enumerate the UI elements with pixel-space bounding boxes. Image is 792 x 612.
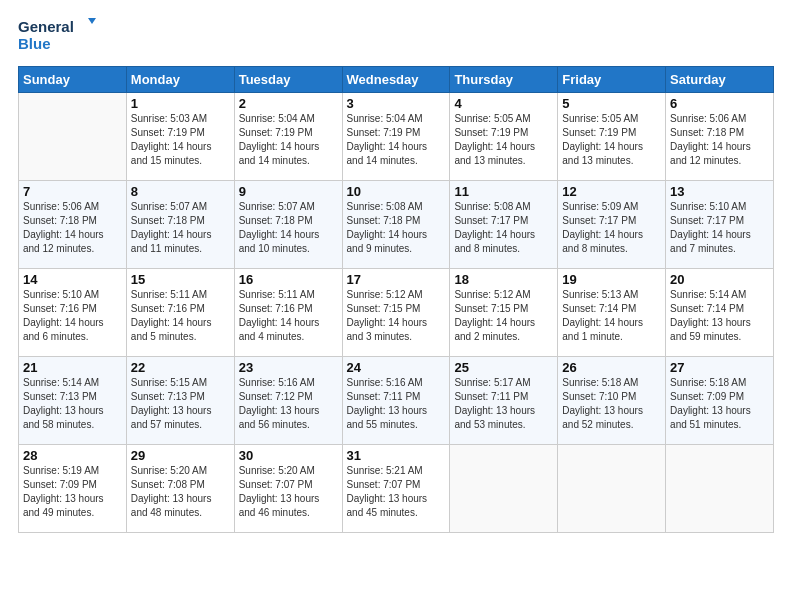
svg-text:General: General: [18, 18, 74, 35]
day-info: Sunrise: 5:21 AM Sunset: 7:07 PM Dayligh…: [347, 464, 446, 520]
day-number: 17: [347, 272, 446, 287]
day-info: Sunrise: 5:11 AM Sunset: 7:16 PM Dayligh…: [239, 288, 338, 344]
day-number: 22: [131, 360, 230, 375]
header-row: General Blue: [18, 16, 774, 58]
day-info: Sunrise: 5:11 AM Sunset: 7:16 PM Dayligh…: [131, 288, 230, 344]
day-number: 7: [23, 184, 122, 199]
day-info: Sunrise: 5:18 AM Sunset: 7:09 PM Dayligh…: [670, 376, 769, 432]
day-number: 29: [131, 448, 230, 463]
weekday-friday: Friday: [558, 66, 666, 92]
day-number: 20: [670, 272, 769, 287]
day-info: Sunrise: 5:05 AM Sunset: 7:19 PM Dayligh…: [562, 112, 661, 168]
day-number: 18: [454, 272, 553, 287]
day-number: 13: [670, 184, 769, 199]
svg-marker-1: [88, 18, 96, 24]
calendar-cell: 26Sunrise: 5:18 AM Sunset: 7:10 PM Dayli…: [558, 356, 666, 444]
calendar-cell: 10Sunrise: 5:08 AM Sunset: 7:18 PM Dayli…: [342, 180, 450, 268]
calendar-cell: 25Sunrise: 5:17 AM Sunset: 7:11 PM Dayli…: [450, 356, 558, 444]
day-info: Sunrise: 5:16 AM Sunset: 7:12 PM Dayligh…: [239, 376, 338, 432]
calendar-cell: 21Sunrise: 5:14 AM Sunset: 7:13 PM Dayli…: [19, 356, 127, 444]
day-number: 19: [562, 272, 661, 287]
calendar-cell: 6Sunrise: 5:06 AM Sunset: 7:18 PM Daylig…: [666, 92, 774, 180]
day-number: 21: [23, 360, 122, 375]
calendar-week-row: 7Sunrise: 5:06 AM Sunset: 7:18 PM Daylig…: [19, 180, 774, 268]
day-info: Sunrise: 5:20 AM Sunset: 7:07 PM Dayligh…: [239, 464, 338, 520]
day-info: Sunrise: 5:08 AM Sunset: 7:17 PM Dayligh…: [454, 200, 553, 256]
calendar-cell: 12Sunrise: 5:09 AM Sunset: 7:17 PM Dayli…: [558, 180, 666, 268]
weekday-wednesday: Wednesday: [342, 66, 450, 92]
calendar-cell: 11Sunrise: 5:08 AM Sunset: 7:17 PM Dayli…: [450, 180, 558, 268]
calendar-week-row: 21Sunrise: 5:14 AM Sunset: 7:13 PM Dayli…: [19, 356, 774, 444]
calendar-cell: 8Sunrise: 5:07 AM Sunset: 7:18 PM Daylig…: [126, 180, 234, 268]
calendar-cell: 19Sunrise: 5:13 AM Sunset: 7:14 PM Dayli…: [558, 268, 666, 356]
day-number: 11: [454, 184, 553, 199]
calendar-cell: 4Sunrise: 5:05 AM Sunset: 7:19 PM Daylig…: [450, 92, 558, 180]
day-number: 25: [454, 360, 553, 375]
day-number: 12: [562, 184, 661, 199]
day-number: 3: [347, 96, 446, 111]
calendar-cell: 23Sunrise: 5:16 AM Sunset: 7:12 PM Dayli…: [234, 356, 342, 444]
day-info: Sunrise: 5:06 AM Sunset: 7:18 PM Dayligh…: [23, 200, 122, 256]
calendar-cell: 1Sunrise: 5:03 AM Sunset: 7:19 PM Daylig…: [126, 92, 234, 180]
calendar-cell: 27Sunrise: 5:18 AM Sunset: 7:09 PM Dayli…: [666, 356, 774, 444]
day-info: Sunrise: 5:04 AM Sunset: 7:19 PM Dayligh…: [239, 112, 338, 168]
page-container: General Blue SundayMondayTuesdayWednesda…: [0, 0, 792, 543]
day-info: Sunrise: 5:12 AM Sunset: 7:15 PM Dayligh…: [454, 288, 553, 344]
calendar-cell: 24Sunrise: 5:16 AM Sunset: 7:11 PM Dayli…: [342, 356, 450, 444]
day-info: Sunrise: 5:09 AM Sunset: 7:17 PM Dayligh…: [562, 200, 661, 256]
calendar-cell: 2Sunrise: 5:04 AM Sunset: 7:19 PM Daylig…: [234, 92, 342, 180]
calendar-cell: 15Sunrise: 5:11 AM Sunset: 7:16 PM Dayli…: [126, 268, 234, 356]
day-info: Sunrise: 5:05 AM Sunset: 7:19 PM Dayligh…: [454, 112, 553, 168]
day-number: 14: [23, 272, 122, 287]
weekday-header-row: SundayMondayTuesdayWednesdayThursdayFrid…: [19, 66, 774, 92]
weekday-sunday: Sunday: [19, 66, 127, 92]
calendar-cell: [19, 92, 127, 180]
day-info: Sunrise: 5:03 AM Sunset: 7:19 PM Dayligh…: [131, 112, 230, 168]
day-info: Sunrise: 5:15 AM Sunset: 7:13 PM Dayligh…: [131, 376, 230, 432]
calendar-cell: 7Sunrise: 5:06 AM Sunset: 7:18 PM Daylig…: [19, 180, 127, 268]
calendar-cell: 16Sunrise: 5:11 AM Sunset: 7:16 PM Dayli…: [234, 268, 342, 356]
day-number: 1: [131, 96, 230, 111]
day-number: 9: [239, 184, 338, 199]
day-info: Sunrise: 5:17 AM Sunset: 7:11 PM Dayligh…: [454, 376, 553, 432]
calendar-cell: 5Sunrise: 5:05 AM Sunset: 7:19 PM Daylig…: [558, 92, 666, 180]
day-number: 24: [347, 360, 446, 375]
calendar-cell: 3Sunrise: 5:04 AM Sunset: 7:19 PM Daylig…: [342, 92, 450, 180]
day-info: Sunrise: 5:14 AM Sunset: 7:14 PM Dayligh…: [670, 288, 769, 344]
day-number: 27: [670, 360, 769, 375]
day-number: 8: [131, 184, 230, 199]
calendar-cell: 20Sunrise: 5:14 AM Sunset: 7:14 PM Dayli…: [666, 268, 774, 356]
day-info: Sunrise: 5:13 AM Sunset: 7:14 PM Dayligh…: [562, 288, 661, 344]
calendar-cell: [450, 444, 558, 532]
day-info: Sunrise: 5:12 AM Sunset: 7:15 PM Dayligh…: [347, 288, 446, 344]
calendar-cell: 31Sunrise: 5:21 AM Sunset: 7:07 PM Dayli…: [342, 444, 450, 532]
day-number: 2: [239, 96, 338, 111]
calendar-cell: 18Sunrise: 5:12 AM Sunset: 7:15 PM Dayli…: [450, 268, 558, 356]
weekday-saturday: Saturday: [666, 66, 774, 92]
logo-graphic: General Blue: [18, 16, 108, 58]
day-number: 4: [454, 96, 553, 111]
logo-svg: General Blue: [18, 16, 108, 54]
day-number: 15: [131, 272, 230, 287]
day-info: Sunrise: 5:14 AM Sunset: 7:13 PM Dayligh…: [23, 376, 122, 432]
day-info: Sunrise: 5:07 AM Sunset: 7:18 PM Dayligh…: [131, 200, 230, 256]
calendar-week-row: 1Sunrise: 5:03 AM Sunset: 7:19 PM Daylig…: [19, 92, 774, 180]
calendar-cell: [558, 444, 666, 532]
weekday-thursday: Thursday: [450, 66, 558, 92]
day-number: 5: [562, 96, 661, 111]
day-info: Sunrise: 5:20 AM Sunset: 7:08 PM Dayligh…: [131, 464, 230, 520]
day-number: 30: [239, 448, 338, 463]
calendar-cell: 28Sunrise: 5:19 AM Sunset: 7:09 PM Dayli…: [19, 444, 127, 532]
calendar-cell: 13Sunrise: 5:10 AM Sunset: 7:17 PM Dayli…: [666, 180, 774, 268]
day-info: Sunrise: 5:18 AM Sunset: 7:10 PM Dayligh…: [562, 376, 661, 432]
calendar-week-row: 14Sunrise: 5:10 AM Sunset: 7:16 PM Dayli…: [19, 268, 774, 356]
calendar-cell: 22Sunrise: 5:15 AM Sunset: 7:13 PM Dayli…: [126, 356, 234, 444]
day-number: 23: [239, 360, 338, 375]
calendar-cell: 9Sunrise: 5:07 AM Sunset: 7:18 PM Daylig…: [234, 180, 342, 268]
day-number: 31: [347, 448, 446, 463]
day-number: 6: [670, 96, 769, 111]
svg-text:Blue: Blue: [18, 35, 51, 52]
day-info: Sunrise: 5:10 AM Sunset: 7:17 PM Dayligh…: [670, 200, 769, 256]
calendar-cell: [666, 444, 774, 532]
day-number: 26: [562, 360, 661, 375]
